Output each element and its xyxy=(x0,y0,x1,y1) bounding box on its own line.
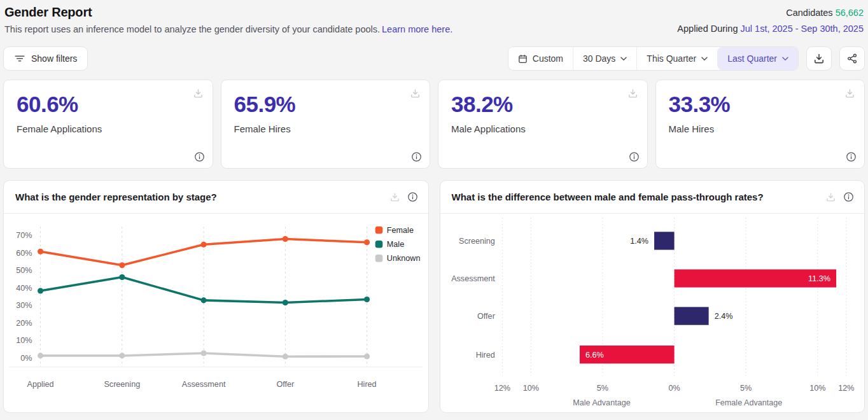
chart-header-icons xyxy=(825,192,854,202)
svg-text:5%: 5% xyxy=(740,384,752,393)
learn-more-link[interactable]: Learn more here. xyxy=(382,24,452,34)
svg-text:1.4%: 1.4% xyxy=(630,237,648,246)
chevron-down-icon xyxy=(620,57,627,61)
svg-text:Offer: Offer xyxy=(477,312,495,321)
stat-value: 65.9% xyxy=(234,92,417,117)
svg-text:5%: 5% xyxy=(596,384,608,393)
page-title: Gender Report xyxy=(4,5,452,20)
stat-label: Male Applications xyxy=(451,123,634,134)
stat-label: Male Hires xyxy=(669,123,852,134)
chevron-down-icon xyxy=(782,57,788,61)
this-quarter-button[interactable]: This Quarter xyxy=(636,47,717,70)
stat-label: Female Applications xyxy=(17,123,200,134)
svg-text:11.3%: 11.3% xyxy=(808,274,830,283)
download-icon[interactable] xyxy=(627,88,638,101)
svg-text:Female Advantage: Female Advantage xyxy=(715,398,782,407)
download-icon[interactable] xyxy=(193,88,204,101)
gender-representation-line-chart: AppliedScreeningAssessmentOfferHired0%10… xyxy=(4,214,428,413)
svg-text:0%: 0% xyxy=(668,384,680,393)
download-icon[interactable] xyxy=(844,88,855,101)
svg-text:50%: 50% xyxy=(16,266,32,275)
info-icon[interactable] xyxy=(411,151,422,162)
date-range-segmented-control: Custom 30 Days This Quarter Last Quarter xyxy=(508,46,799,71)
range-30-days-button[interactable]: 30 Days xyxy=(573,47,636,70)
info-icon[interactable] xyxy=(843,192,854,202)
report-subtitle: This report uses an inference model to a… xyxy=(4,24,452,34)
svg-text:70%: 70% xyxy=(16,231,32,240)
pass-through-difference-bar-chart: 12%10%5%0%5%10%12%Screening1.4%Assessmen… xyxy=(440,214,865,413)
applied-during-label: Applied During xyxy=(677,24,738,34)
stat-card-female-hires: 65.9% Female Hires xyxy=(221,80,431,169)
info-icon[interactable] xyxy=(194,151,205,162)
last-quarter-label: Last Quarter xyxy=(727,53,777,64)
toolbar-right: Custom 30 Days This Quarter Last Quarter xyxy=(508,46,865,71)
download-icon[interactable] xyxy=(825,192,836,202)
custom-range-label: Custom xyxy=(533,53,563,64)
stat-value: 38.2% xyxy=(451,92,634,117)
report-header-left: Gender Report This report uses an infere… xyxy=(4,5,452,34)
toolbar: Show filters Custom 30 Days This Quar xyxy=(3,46,865,71)
download-icon xyxy=(813,53,825,64)
show-filters-label: Show filters xyxy=(31,53,77,64)
chart-header: What is the gender representation by sta… xyxy=(4,181,428,214)
svg-text:Assessment: Assessment xyxy=(451,274,495,283)
svg-text:Applied: Applied xyxy=(27,380,54,389)
svg-text:30%: 30% xyxy=(16,301,32,310)
svg-text:Male: Male xyxy=(387,240,404,249)
chart-header: What is the difference between male and … xyxy=(440,181,865,214)
report-header: Gender Report This report uses an infere… xyxy=(3,0,865,37)
download-report-button[interactable] xyxy=(806,46,832,71)
svg-text:10%: 10% xyxy=(16,336,32,345)
download-icon[interactable] xyxy=(389,192,400,202)
custom-range-button[interactable]: Custom xyxy=(508,47,573,70)
svg-text:Hired: Hired xyxy=(475,351,494,360)
stat-label: Female Hires xyxy=(234,123,417,134)
info-icon[interactable] xyxy=(629,151,640,162)
info-icon[interactable] xyxy=(407,192,418,202)
svg-text:Offer: Offer xyxy=(276,380,294,389)
share-report-button[interactable] xyxy=(839,46,865,71)
download-icon[interactable] xyxy=(410,88,421,101)
this-quarter-label: This Quarter xyxy=(647,53,696,64)
svg-text:Hired: Hired xyxy=(357,380,376,389)
chevron-down-icon xyxy=(701,57,708,61)
candidates-line: Candidates 56,662 xyxy=(677,5,864,21)
chart-title: What is the difference between male and … xyxy=(452,192,764,202)
applied-during-line: Applied During Jul 1st, 2025 - Sep 30th,… xyxy=(677,21,864,37)
filter-icon xyxy=(14,53,25,64)
stat-cards-row: 60.6% Female Applications 65.9% Female H… xyxy=(3,80,865,169)
svg-text:20%: 20% xyxy=(16,319,32,328)
pass-through-difference-chart-card: What is the difference between male and … xyxy=(440,180,865,413)
chart-title: What is the gender representation by sta… xyxy=(15,192,217,202)
last-quarter-button[interactable]: Last Quarter xyxy=(717,47,798,70)
chart-header-icons xyxy=(389,192,418,202)
svg-text:Assessment: Assessment xyxy=(182,380,226,389)
stat-value: 60.6% xyxy=(17,92,200,117)
stat-value: 33.3% xyxy=(669,92,852,117)
svg-text:40%: 40% xyxy=(16,284,32,293)
svg-text:12%: 12% xyxy=(494,384,510,393)
info-icon[interactable] xyxy=(846,151,857,162)
svg-text:Female: Female xyxy=(387,226,414,235)
show-filters-button[interactable]: Show filters xyxy=(3,46,88,71)
applied-during-range[interactable]: Jul 1st, 2025 - Sep 30th, 2025 xyxy=(741,24,864,34)
svg-text:6.6%: 6.6% xyxy=(585,351,604,360)
svg-text:10%: 10% xyxy=(522,384,538,393)
gender-representation-chart-card: What is the gender representation by sta… xyxy=(3,180,429,413)
candidates-count: 56,662 xyxy=(836,8,864,18)
stat-card-male-hires: 33.3% Male Hires xyxy=(655,80,865,169)
svg-text:2.4%: 2.4% xyxy=(714,312,732,321)
report-header-right: Candidates 56,662 Applied During Jul 1st… xyxy=(677,5,864,37)
range-30-days-label: 30 Days xyxy=(583,53,615,64)
svg-text:12%: 12% xyxy=(838,384,854,393)
svg-text:Screening: Screening xyxy=(104,380,140,389)
svg-text:Male Advantage: Male Advantage xyxy=(573,398,630,407)
svg-text:0%: 0% xyxy=(20,354,32,363)
gender-report-page: Gender Report This report uses an infere… xyxy=(0,0,868,420)
svg-text:Screening: Screening xyxy=(459,237,495,246)
svg-text:10%: 10% xyxy=(809,384,825,393)
charts-row: What is the gender representation by sta… xyxy=(3,180,865,413)
svg-text:60%: 60% xyxy=(16,249,32,258)
share-icon xyxy=(846,53,858,64)
candidates-label: Candidates xyxy=(786,8,832,18)
